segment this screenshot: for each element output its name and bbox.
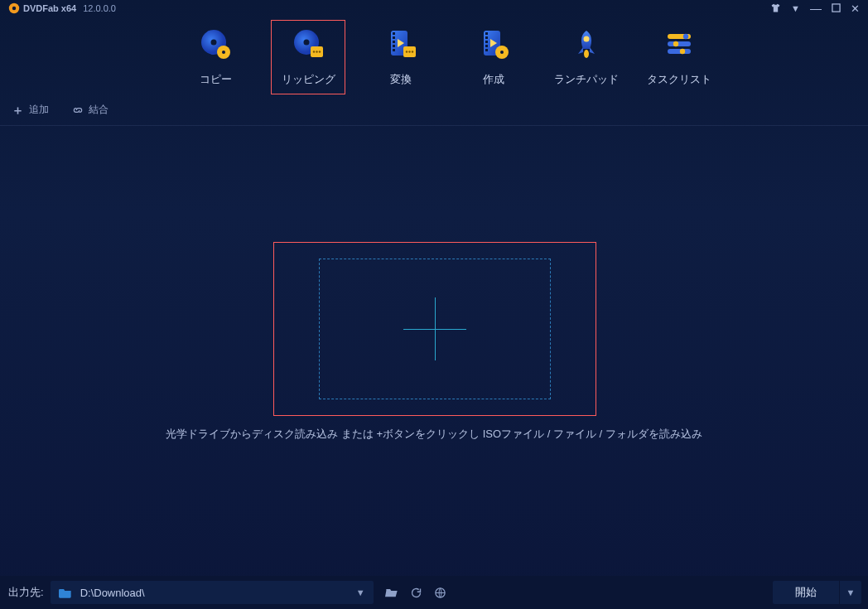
open-folder-icon[interactable] [385, 587, 398, 599]
svg-point-12 [319, 51, 321, 52]
output-extra-icons [385, 587, 446, 599]
svg-rect-15 [393, 36, 395, 39]
output-path-text: D:\Download\ [80, 587, 145, 599]
add-label: 追加 [29, 103, 49, 117]
svg-point-8 [304, 40, 310, 46]
start-button[interactable]: 開始 [773, 581, 839, 604]
output-path-select[interactable]: D:\Download\ ▼ [51, 581, 374, 604]
svg-rect-18 [393, 49, 395, 51]
output-label: 出力先: [8, 585, 44, 600]
app-version: 12.0.0.0 [83, 3, 116, 13]
combine-button[interactable]: 結合 [72, 103, 108, 117]
svg-point-23 [412, 51, 413, 52]
svg-point-33 [584, 36, 590, 42]
close-icon[interactable]: ✕ [851, 2, 860, 15]
start-label: 開始 [795, 585, 817, 600]
globe-icon[interactable] [434, 587, 446, 599]
disc-ripping-icon [292, 27, 325, 60]
maximize-icon[interactable] [832, 3, 841, 14]
plus-cross-icon [435, 297, 436, 360]
tab-label: ランチパッド [554, 72, 619, 87]
combine-label: 結合 [89, 103, 108, 117]
svg-point-21 [406, 51, 407, 52]
dropdown-icon[interactable]: ▼ [791, 3, 800, 13]
svg-rect-29 [485, 49, 488, 51]
tab-ripping[interactable]: リッピング [271, 20, 345, 94]
svg-point-34 [584, 50, 589, 58]
plus-icon: ＋ [12, 104, 24, 116]
tab-label: コピー [200, 72, 232, 87]
tab-label: タスクリスト [647, 72, 711, 87]
window-controls: ▼ — ✕ [770, 2, 860, 15]
refresh-icon[interactable] [410, 587, 422, 599]
svg-point-11 [316, 51, 317, 52]
film-convert-icon [384, 27, 417, 60]
tshirt-icon[interactable] [770, 2, 781, 15]
svg-rect-17 [393, 45, 395, 47]
tab-label: 変換 [390, 72, 412, 87]
app-name: DVDFab x64 [23, 3, 76, 13]
tab-copy[interactable]: コピー [178, 20, 253, 94]
tab-launchpad[interactable]: ランチパッド [549, 20, 624, 94]
svg-point-10 [313, 51, 315, 52]
svg-rect-37 [668, 49, 691, 54]
svg-point-32 [500, 51, 504, 54]
main-tabs: コピー リッピング [0, 17, 868, 94]
svg-rect-28 [485, 45, 488, 47]
svg-point-4 [211, 40, 217, 46]
tab-label: リッピング [282, 72, 335, 87]
svg-rect-36 [668, 41, 691, 46]
drop-zone[interactable] [319, 259, 551, 399]
tab-convert[interactable]: 変換 [364, 20, 438, 94]
link-icon [72, 104, 84, 116]
add-button[interactable]: ＋ 追加 [12, 103, 49, 117]
svg-point-39 [673, 41, 678, 46]
tasklist-icon [663, 27, 696, 60]
disc-copy-icon [199, 27, 232, 60]
svg-rect-25 [485, 32, 488, 35]
svg-point-1 [12, 7, 16, 10]
svg-point-6 [222, 51, 225, 54]
minimize-icon[interactable]: — [810, 2, 822, 15]
rocket-icon [570, 27, 603, 60]
sub-toolbar: ＋ 追加 結合 [0, 94, 868, 126]
chevron-down-icon: ▼ [356, 587, 365, 597]
drop-hint-text: 光学ドライブからディスク読み込み または +ボタンをクリックし ISOファイル … [0, 427, 868, 442]
svg-point-38 [683, 34, 688, 39]
tab-label: 作成 [483, 72, 504, 87]
svg-rect-14 [393, 32, 395, 35]
svg-point-22 [408, 51, 410, 52]
content-area: 光学ドライブからディスク読み込み または +ボタンをクリックし ISOファイル … [0, 128, 868, 576]
drop-highlight-box [273, 242, 596, 416]
film-create-icon [477, 27, 510, 60]
dvdfab-logo-icon [8, 2, 20, 14]
folder-icon [59, 587, 72, 598]
app-logo: DVDFab x64 12.0.0.0 [8, 2, 116, 14]
svg-point-40 [680, 49, 685, 54]
titlebar: DVDFab x64 12.0.0.0 ▼ — ✕ [0, 0, 868, 17]
tab-tasklist[interactable]: タスクリスト [642, 20, 716, 94]
svg-rect-26 [485, 36, 488, 39]
start-dropdown[interactable]: ▼ [840, 581, 861, 604]
bottom-bar: 出力先: D:\Download\ ▼ 開始 ▼ [0, 576, 868, 609]
svg-rect-16 [393, 41, 395, 43]
svg-rect-2 [832, 3, 840, 11]
svg-rect-27 [485, 41, 488, 43]
tab-create[interactable]: 作成 [456, 20, 531, 94]
